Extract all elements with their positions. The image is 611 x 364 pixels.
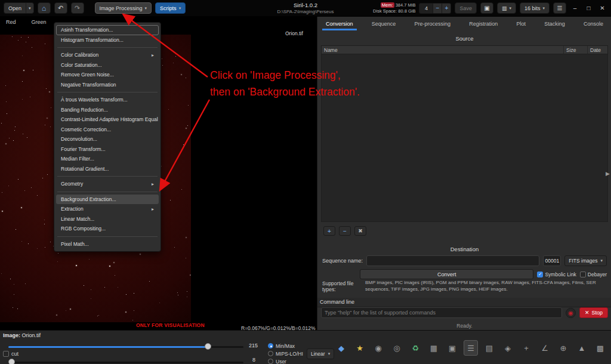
- menu-item-color-saturation[interactable]: Color Saturation...: [56, 60, 159, 70]
- menu-item-contrast-limited-adaptive-histogram-equalization[interactable]: Contrast-Limited Adaptive Histogram Equa…: [56, 115, 159, 125]
- menu-item-geometry[interactable]: Geometry▸: [56, 179, 159, 189]
- convert-button[interactable]: Convert: [360, 269, 533, 279]
- start-index-field[interactable]: 00001: [543, 255, 561, 266]
- open-button-label: Open: [8, 5, 21, 11]
- menu-item-rotational-gradient[interactable]: Rotational Gradient...: [56, 164, 159, 174]
- column-header-date[interactable]: Date: [587, 46, 607, 54]
- open-button[interactable]: Open: [4, 2, 26, 14]
- tab-console[interactable]: Console: [580, 17, 607, 30]
- tab-pre-processing[interactable]: Pre-processing: [411, 17, 454, 30]
- export-dropdown-button[interactable]: ▥ ▾: [497, 2, 516, 14]
- sequence-name-input[interactable]: [366, 255, 539, 266]
- menu-item-fourier-transform[interactable]: Fourier Transform...: [56, 144, 159, 155]
- star: [8, 186, 9, 186]
- table-body[interactable]: [322, 54, 607, 221]
- angle-icon[interactable]: ∠: [538, 340, 552, 356]
- menu-item-linear-match[interactable]: Linear Match...: [56, 214, 159, 224]
- undo-button[interactable]: ↶: [54, 2, 67, 14]
- column-header-name[interactable]: Name: [322, 46, 563, 54]
- file-list-buttons: + − ✖: [323, 226, 366, 236]
- menu-item-banding-reduction[interactable]: Banding Reduction...: [56, 105, 159, 115]
- channel-tab-red[interactable]: Red: [6, 19, 16, 25]
- shutter-icon[interactable]: ◉: [371, 340, 385, 356]
- tab-stacking[interactable]: Stacking: [541, 17, 569, 30]
- spinner-increment-button[interactable]: +: [442, 3, 451, 14]
- grid-icon[interactable]: ▦: [427, 340, 441, 356]
- star: [37, 195, 38, 196]
- tab-sequence[interactable]: Sequence: [368, 17, 400, 30]
- menu-item-asinh-transformation[interactable]: Asinh Transformation...: [56, 25, 159, 35]
- high-cutoff-slider[interactable]: [8, 343, 243, 350]
- menu-item-background-extraction[interactable]: Background Extraction...: [56, 195, 159, 205]
- tab-registration[interactable]: Registration: [465, 17, 501, 30]
- display-mode-mips-lo-hi[interactable]: MIPS-LO/HI: [268, 350, 303, 357]
- column-header-size[interactable]: Size: [563, 46, 587, 54]
- cut-checkbox[interactable]: cut: [3, 351, 18, 357]
- frame-icon[interactable]: ▣: [445, 340, 459, 356]
- channel-tab-green[interactable]: Green: [32, 19, 47, 25]
- tab-conversion[interactable]: Conversion: [322, 17, 357, 30]
- menu-item-remove-green-noise[interactable]: Remove Green Noise...: [56, 70, 159, 80]
- list-view-icon[interactable]: ☰: [464, 340, 478, 356]
- menu-item-color-calibration[interactable]: Color Calibration▸: [56, 50, 159, 60]
- bit-depth-combo[interactable]: 16 bits ▾: [520, 2, 550, 14]
- snapshot-button[interactable]: ▣: [480, 2, 493, 14]
- high-cutoff-value: 215: [249, 343, 258, 348]
- remove-files-button[interactable]: −: [339, 226, 351, 236]
- wand-icon[interactable]: ◆: [334, 340, 348, 356]
- menu-separator: [57, 192, 158, 192]
- add-files-button[interactable]: +: [323, 226, 335, 236]
- output-format-combo[interactable]: FITS images ▾: [564, 255, 607, 266]
- menu-item-median-filter[interactable]: Median Filter...: [56, 154, 159, 164]
- menu-item-negative-transformation[interactable]: Negative Transformation: [56, 80, 159, 90]
- menu-item-deconvolution[interactable]: Deconvolution...: [56, 134, 159, 144]
- globe-icon[interactable]: ◎: [390, 340, 404, 356]
- redo-button[interactable]: ↷: [71, 2, 84, 14]
- debayer-checkbox[interactable]: Debayer: [580, 272, 607, 277]
- menu-item-label: Background Extraction...: [61, 196, 116, 202]
- plus-tool-icon[interactable]: +: [519, 340, 533, 356]
- spinner-decrement-button[interactable]: −: [433, 3, 442, 14]
- stop-button[interactable]: ✕ Stop: [579, 307, 608, 318]
- peaks-icon[interactable]: ▲: [575, 340, 589, 356]
- source-file-table[interactable]: NameSizeDate: [321, 45, 608, 222]
- menu-item-cosmetic-correction[interactable]: Cosmetic Correction...: [56, 125, 159, 135]
- open-dropdown-button[interactable]: ▾: [26, 2, 34, 14]
- minimize-button[interactable]: –: [570, 3, 580, 14]
- command-status-button[interactable]: ◉: [566, 308, 576, 318]
- menu-item-trous-wavelets-transform[interactable]: À trous Wavelets Transform...: [56, 95, 159, 105]
- command-input[interactable]: [321, 307, 562, 318]
- display-mode-min-max[interactable]: Min/Max: [268, 342, 303, 350]
- titlebar: Open ▾ ⌂ ↶ ↷ Image Processing ▾ Scripts …: [0, 0, 611, 17]
- scripts-menu-button[interactable]: Scripts ▾: [155, 2, 186, 14]
- slider-track[interactable]: [8, 362, 243, 363]
- checkbox-empty-icon: [580, 272, 586, 277]
- display-mode-user[interactable]: User: [268, 357, 303, 364]
- close-button[interactable]: ✕: [597, 3, 607, 14]
- hamburger-menu-button[interactable]: ☰: [553, 2, 566, 14]
- star-icon[interactable]: ★: [353, 340, 367, 356]
- low-cutoff-slider[interactable]: [8, 359, 243, 364]
- layers-icon[interactable]: ▤: [482, 340, 496, 356]
- photos-icon[interactable]: ◈: [501, 340, 515, 356]
- menu-item-rgb-compositing[interactable]: RGB Compositing...: [56, 224, 159, 234]
- scale-mode-combo[interactable]: Linear ▾: [307, 348, 334, 359]
- menu-item-extraction[interactable]: Extraction▸: [56, 204, 159, 214]
- slider-handle[interactable]: [205, 343, 211, 350]
- image-processing-menu-button[interactable]: Image Processing ▾: [95, 2, 152, 14]
- symbolic-link-checkbox[interactable]: ✓ Symbolic Link: [537, 272, 576, 277]
- stack-icon[interactable]: ▩: [593, 340, 607, 356]
- recycle-icon[interactable]: ♻: [408, 340, 422, 356]
- slider-handle[interactable]: [8, 359, 15, 364]
- maximize-button[interactable]: □: [584, 3, 594, 14]
- stop-x-icon: ✕: [585, 310, 590, 316]
- clear-list-button[interactable]: ✖: [354, 226, 366, 236]
- tab-plot[interactable]: Plot: [513, 17, 529, 30]
- menu-item-pixel-math[interactable]: Pixel Math...: [56, 239, 159, 249]
- save-button[interactable]: Save: [455, 2, 477, 14]
- menu-item-histogram-transformation[interactable]: Histogram Transformation...: [56, 35, 159, 45]
- home-button[interactable]: ⌂: [38, 2, 51, 14]
- star: [33, 70, 33, 70]
- panel-expander[interactable]: ▶: [606, 171, 610, 177]
- crosshair-icon[interactable]: ⊕: [556, 340, 570, 356]
